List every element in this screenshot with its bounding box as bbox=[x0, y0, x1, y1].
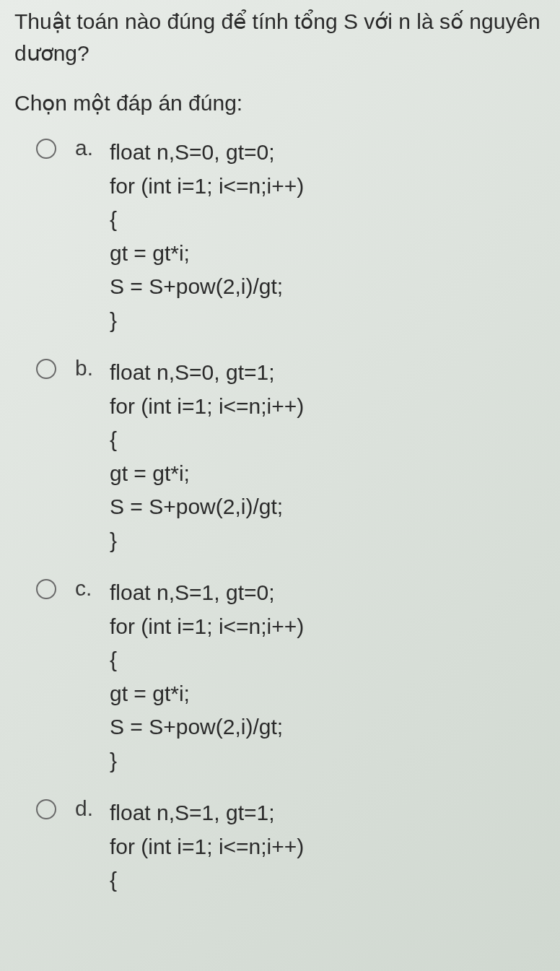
question-text: Thuật toán nào đúng để tính tổng S với n… bbox=[14, 6, 546, 69]
radio-icon[interactable] bbox=[36, 579, 56, 599]
option-a[interactable]: a. float n,S=0, gt=0; for (int i=1; i<=n… bbox=[36, 136, 546, 337]
radio-icon[interactable] bbox=[36, 139, 56, 159]
option-letter: d. bbox=[75, 796, 110, 821]
option-code: float n,S=0, gt=1; for (int i=1; i<=n;i+… bbox=[110, 356, 304, 557]
option-code: float n,S=0, gt=0; for (int i=1; i<=n;i+… bbox=[110, 136, 304, 337]
radio-icon[interactable] bbox=[36, 799, 56, 819]
option-letter: b. bbox=[75, 356, 110, 380]
option-letter: a. bbox=[75, 136, 110, 160]
option-letter: c. bbox=[75, 576, 110, 601]
option-code: float n,S=1, gt=0; for (int i=1; i<=n;i+… bbox=[110, 576, 304, 778]
option-c[interactable]: c. float n,S=1, gt=0; for (int i=1; i<=n… bbox=[36, 576, 546, 778]
option-code: float n,S=1, gt=1; for (int i=1; i<=n;i+… bbox=[110, 796, 304, 897]
options-list: a. float n,S=0, gt=0; for (int i=1; i<=n… bbox=[14, 136, 546, 897]
option-d[interactable]: d. float n,S=1, gt=1; for (int i=1; i<=n… bbox=[36, 796, 546, 897]
instruction-text: Chọn một đáp án đúng: bbox=[14, 90, 546, 116]
option-b[interactable]: b. float n,S=0, gt=1; for (int i=1; i<=n… bbox=[36, 356, 546, 557]
radio-icon[interactable] bbox=[36, 359, 56, 379]
